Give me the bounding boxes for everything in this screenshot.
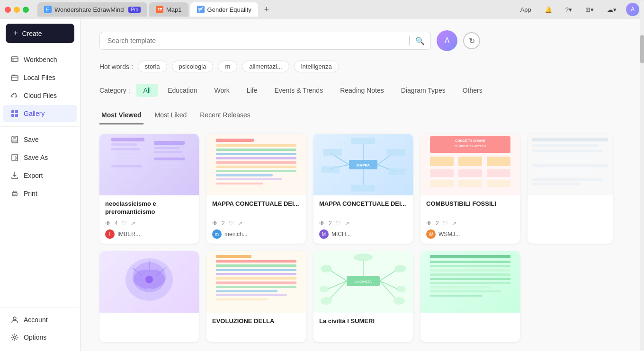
svg-rect-73 (537, 159, 599, 161)
svg-rect-65 (487, 169, 510, 177)
template-card-t2[interactable]: MAPPA CONCETTUALE DEI... 👁 2 ♡ ↗ m menic… (206, 134, 306, 244)
svg-rect-42 (216, 183, 263, 184)
svg-rect-41 (216, 178, 282, 180)
sort-tab-most-liked[interactable]: Most Liked (153, 108, 189, 124)
svg-rect-92 (216, 286, 296, 288)
notification-button[interactable]: 🔔 (541, 4, 556, 15)
scrollbar-thumb[interactable] (640, 35, 644, 63)
cat-tab-others[interactable]: Others (455, 84, 490, 97)
save-icon (10, 135, 19, 144)
card-info-t6 (99, 313, 199, 342)
card-thumb-t6 (99, 251, 199, 313)
tab-gender[interactable]: ⚤ Gender Equality (190, 2, 258, 17)
cat-tab-events[interactable]: Events & Trends (267, 84, 331, 97)
template-card-t6[interactable] (99, 251, 199, 342)
sidebar-divider-2 (0, 307, 80, 307)
svg-text:COMBUSTIBILI FOSSILI: COMBUSTIBILI FOSSILI (454, 145, 486, 148)
like-icon-t2: ♡ (229, 220, 234, 227)
cat-tab-diagram[interactable]: Diagram Types (394, 84, 453, 97)
sidebar-item-workbench[interactable]: Workbench (3, 51, 77, 68)
pro-badge: Pro (128, 7, 141, 13)
sidebar-item-gallery[interactable]: Gallery (3, 105, 77, 122)
svg-rect-17 (111, 138, 144, 141)
svg-rect-61 (458, 157, 482, 166)
cat-tab-work[interactable]: Work (206, 84, 237, 97)
account-icon (10, 316, 19, 324)
new-tab-button[interactable]: + (260, 3, 273, 16)
share-icon-t2: ↗ (238, 220, 242, 227)
gender-icon: ⚤ (197, 6, 205, 13)
help-button[interactable]: ?▾ (562, 4, 576, 15)
svg-line-102 (330, 281, 347, 298)
sort-tab-recent[interactable]: Recent Releases (198, 108, 252, 124)
svg-rect-118 (430, 282, 510, 284)
card-info-t4: COMBUSTIBILI FOSSILI 👁 2 ♡ ↗ W WSMJ... (420, 195, 520, 244)
template-card-t4[interactable]: CONCETTI CHIAVE COMBUSTIBILI FOSSILI (420, 134, 520, 244)
close-button[interactable] (5, 7, 11, 13)
sidebar-item-options[interactable]: Options (3, 329, 77, 346)
search-button[interactable]: 🔍 (410, 33, 430, 49)
sidebar-item-cloud-files[interactable]: Cloud Files (3, 87, 77, 104)
sidebar-item-save-as[interactable]: Save As (3, 149, 77, 166)
template-card-t8[interactable]: LA CIVILTÀ (313, 251, 413, 342)
svg-text:LA CIVILTÀ: LA CIVILTÀ (355, 280, 372, 283)
card-thumb-t4: CONCETTI CHIAVE COMBUSTIBILI FOSSILI (420, 134, 520, 195)
card-author-t4: W WSMJ... (426, 229, 514, 239)
app-button[interactable]: App (517, 4, 535, 15)
export-label: Export (24, 172, 43, 179)
hot-tag-storia[interactable]: storia (138, 61, 167, 72)
template-card-t7[interactable]: EVOLUZIONE DELLA (206, 251, 306, 342)
template-card-t3[interactable]: MAPPA (313, 134, 413, 244)
hot-tag-intelligenza[interactable]: intelligenza (294, 61, 339, 72)
card-info-t9 (420, 313, 520, 342)
grid-button[interactable]: ⊞▾ (581, 4, 598, 15)
hot-tag-m[interactable]: m (218, 61, 237, 72)
views-count-t3: 2 (329, 220, 332, 227)
search-input[interactable] (100, 32, 409, 49)
svg-point-111 (354, 254, 373, 261)
cat-tab-reading[interactable]: Reading Notes (332, 84, 392, 97)
template-card-t1[interactable]: neoclassicismo e preromanticismo 👁 4 ♡ ↗… (99, 134, 199, 244)
create-button[interactable]: + Create (6, 24, 74, 43)
refresh-button[interactable]: ↻ (463, 32, 480, 49)
maximize-button[interactable] (23, 7, 29, 13)
template-card-t5[interactable] (528, 134, 613, 244)
like-icon-t1: ♡ (122, 220, 127, 227)
cloud-button[interactable]: ☁▾ (603, 4, 620, 15)
tab-edrawmind[interactable]: E Wondershare EdrawMind Pro (37, 2, 147, 17)
svg-rect-18 (111, 143, 137, 146)
card-info-t1: neoclassicismo e preromanticismo 👁 4 ♡ ↗… (99, 195, 199, 244)
sidebar-bottom: Account Options (0, 303, 80, 346)
svg-rect-33 (216, 144, 296, 147)
card-thumb-t5 (528, 134, 613, 195)
cat-tab-all[interactable]: All (136, 84, 159, 97)
minimize-button[interactable] (14, 7, 20, 13)
svg-rect-54 (351, 138, 375, 144)
author-name-t3: MICH... (331, 231, 351, 237)
svg-rect-74 (532, 164, 608, 167)
sort-tab-most-viewed[interactable]: Most Viewed (99, 108, 143, 124)
sidebar-item-print[interactable]: Print (3, 185, 77, 202)
tab-map1[interactable]: 🗺 Map1 (149, 2, 188, 17)
svg-rect-114 (430, 265, 510, 267)
title-bar-actions: App 🔔 ?▾ ⊞▾ ☁▾ A (517, 3, 639, 16)
hot-tag-alimentazi[interactable]: alimentazi... (242, 61, 289, 72)
svg-rect-86 (216, 260, 296, 263)
svg-rect-68 (487, 180, 510, 187)
template-card-t9[interactable] (420, 251, 520, 342)
sidebar-item-save[interactable]: Save (3, 131, 77, 148)
sidebar-item-local-files[interactable]: Local Files (3, 69, 77, 86)
cloud-files-label: Cloud Files (24, 92, 57, 99)
category-bar: Category : All Education Work Life Event… (99, 84, 625, 97)
svg-rect-39 (216, 170, 296, 172)
user-avatar[interactable]: A (626, 3, 639, 16)
svg-rect-37 (216, 161, 296, 164)
hot-tag-psicologia[interactable]: psicologia (172, 61, 214, 72)
user-avatar-large[interactable]: A (437, 30, 457, 51)
svg-rect-20 (116, 153, 137, 155)
sidebar-item-export[interactable]: Export (3, 167, 77, 184)
cat-tab-life[interactable]: Life (239, 84, 265, 97)
cat-tab-education[interactable]: Education (160, 84, 205, 97)
sidebar-item-account[interactable]: Account (3, 311, 77, 328)
views-count-t4: 2 (436, 220, 439, 227)
